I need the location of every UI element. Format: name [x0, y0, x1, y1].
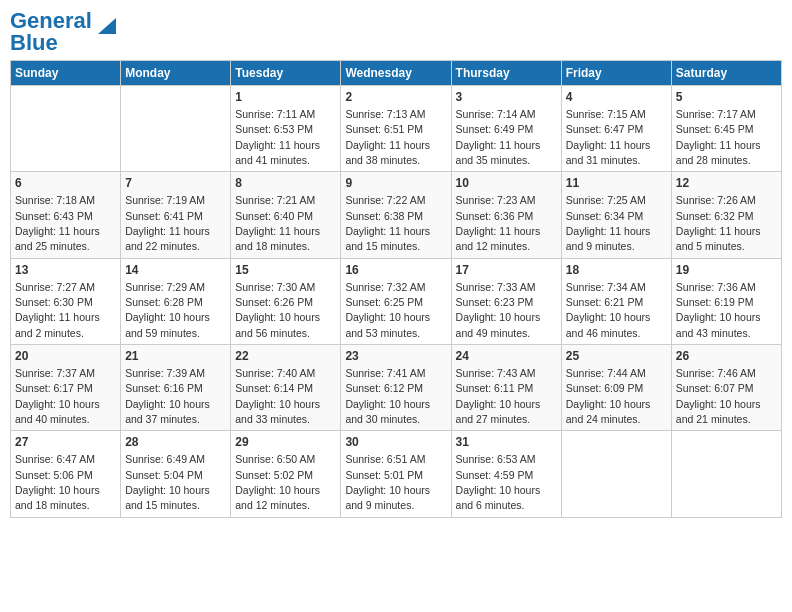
- day-number: 1: [235, 89, 336, 106]
- day-number: 20: [15, 348, 116, 365]
- calendar-cell: 24Sunrise: 7:43 AMSunset: 6:11 PMDayligh…: [451, 345, 561, 431]
- day-info: Sunrise: 7:11 AMSunset: 6:53 PMDaylight:…: [235, 108, 320, 166]
- day-number: 12: [676, 175, 777, 192]
- day-number: 21: [125, 348, 226, 365]
- day-number: 10: [456, 175, 557, 192]
- day-number: 18: [566, 262, 667, 279]
- col-header-wednesday: Wednesday: [341, 61, 451, 86]
- day-number: 14: [125, 262, 226, 279]
- calendar-cell: 3Sunrise: 7:14 AMSunset: 6:49 PMDaylight…: [451, 86, 561, 172]
- calendar-cell: 9Sunrise: 7:22 AMSunset: 6:38 PMDaylight…: [341, 172, 451, 258]
- day-info: Sunrise: 7:39 AMSunset: 6:16 PMDaylight:…: [125, 367, 210, 425]
- day-number: 24: [456, 348, 557, 365]
- calendar-cell: 7Sunrise: 7:19 AMSunset: 6:41 PMDaylight…: [121, 172, 231, 258]
- col-header-tuesday: Tuesday: [231, 61, 341, 86]
- day-info: Sunrise: 7:13 AMSunset: 6:51 PMDaylight:…: [345, 108, 430, 166]
- day-number: 22: [235, 348, 336, 365]
- day-info: Sunrise: 7:21 AMSunset: 6:40 PMDaylight:…: [235, 194, 320, 252]
- logo-blue: Blue: [10, 30, 58, 55]
- col-header-monday: Monday: [121, 61, 231, 86]
- calendar-cell: 25Sunrise: 7:44 AMSunset: 6:09 PMDayligh…: [561, 345, 671, 431]
- col-header-saturday: Saturday: [671, 61, 781, 86]
- day-info: Sunrise: 6:51 AMSunset: 5:01 PMDaylight:…: [345, 453, 430, 511]
- calendar-cell: 14Sunrise: 7:29 AMSunset: 6:28 PMDayligh…: [121, 258, 231, 344]
- calendar-cell: 19Sunrise: 7:36 AMSunset: 6:19 PMDayligh…: [671, 258, 781, 344]
- day-info: Sunrise: 7:36 AMSunset: 6:19 PMDaylight:…: [676, 281, 761, 339]
- day-info: Sunrise: 6:49 AMSunset: 5:04 PMDaylight:…: [125, 453, 210, 511]
- calendar-cell: 11Sunrise: 7:25 AMSunset: 6:34 PMDayligh…: [561, 172, 671, 258]
- day-number: 23: [345, 348, 446, 365]
- day-info: Sunrise: 7:19 AMSunset: 6:41 PMDaylight:…: [125, 194, 210, 252]
- day-info: Sunrise: 7:25 AMSunset: 6:34 PMDaylight:…: [566, 194, 651, 252]
- calendar-cell: 21Sunrise: 7:39 AMSunset: 6:16 PMDayligh…: [121, 345, 231, 431]
- day-number: 19: [676, 262, 777, 279]
- col-header-friday: Friday: [561, 61, 671, 86]
- calendar-cell: 12Sunrise: 7:26 AMSunset: 6:32 PMDayligh…: [671, 172, 781, 258]
- day-number: 31: [456, 434, 557, 451]
- day-number: 11: [566, 175, 667, 192]
- day-number: 29: [235, 434, 336, 451]
- calendar-cell: 23Sunrise: 7:41 AMSunset: 6:12 PMDayligh…: [341, 345, 451, 431]
- day-number: 17: [456, 262, 557, 279]
- day-number: 15: [235, 262, 336, 279]
- day-number: 3: [456, 89, 557, 106]
- day-info: Sunrise: 7:22 AMSunset: 6:38 PMDaylight:…: [345, 194, 430, 252]
- day-number: 5: [676, 89, 777, 106]
- day-info: Sunrise: 7:23 AMSunset: 6:36 PMDaylight:…: [456, 194, 541, 252]
- calendar-cell: 16Sunrise: 7:32 AMSunset: 6:25 PMDayligh…: [341, 258, 451, 344]
- calendar-cell: [561, 431, 671, 517]
- calendar-cell: 5Sunrise: 7:17 AMSunset: 6:45 PMDaylight…: [671, 86, 781, 172]
- day-number: 16: [345, 262, 446, 279]
- logo-text: GeneralBlue: [10, 10, 92, 54]
- calendar-cell: 26Sunrise: 7:46 AMSunset: 6:07 PMDayligh…: [671, 345, 781, 431]
- logo-icon: [96, 14, 118, 36]
- day-info: Sunrise: 7:41 AMSunset: 6:12 PMDaylight:…: [345, 367, 430, 425]
- day-number: 2: [345, 89, 446, 106]
- col-header-thursday: Thursday: [451, 61, 561, 86]
- day-info: Sunrise: 7:26 AMSunset: 6:32 PMDaylight:…: [676, 194, 761, 252]
- calendar-table: SundayMondayTuesdayWednesdayThursdayFrid…: [10, 60, 782, 518]
- day-info: Sunrise: 7:40 AMSunset: 6:14 PMDaylight:…: [235, 367, 320, 425]
- day-info: Sunrise: 7:17 AMSunset: 6:45 PMDaylight:…: [676, 108, 761, 166]
- day-number: 27: [15, 434, 116, 451]
- day-info: Sunrise: 7:43 AMSunset: 6:11 PMDaylight:…: [456, 367, 541, 425]
- calendar-cell: 31Sunrise: 6:53 AMSunset: 4:59 PMDayligh…: [451, 431, 561, 517]
- day-info: Sunrise: 6:47 AMSunset: 5:06 PMDaylight:…: [15, 453, 100, 511]
- day-number: 25: [566, 348, 667, 365]
- calendar-cell: 13Sunrise: 7:27 AMSunset: 6:30 PMDayligh…: [11, 258, 121, 344]
- day-info: Sunrise: 7:27 AMSunset: 6:30 PMDaylight:…: [15, 281, 100, 339]
- logo: GeneralBlue: [10, 10, 118, 54]
- calendar-cell: 2Sunrise: 7:13 AMSunset: 6:51 PMDaylight…: [341, 86, 451, 172]
- day-number: 7: [125, 175, 226, 192]
- day-number: 6: [15, 175, 116, 192]
- day-number: 13: [15, 262, 116, 279]
- calendar-cell: 20Sunrise: 7:37 AMSunset: 6:17 PMDayligh…: [11, 345, 121, 431]
- day-number: 30: [345, 434, 446, 451]
- calendar-cell: 28Sunrise: 6:49 AMSunset: 5:04 PMDayligh…: [121, 431, 231, 517]
- calendar-cell: 27Sunrise: 6:47 AMSunset: 5:06 PMDayligh…: [11, 431, 121, 517]
- calendar-cell: [671, 431, 781, 517]
- day-info: Sunrise: 6:50 AMSunset: 5:02 PMDaylight:…: [235, 453, 320, 511]
- day-info: Sunrise: 7:37 AMSunset: 6:17 PMDaylight:…: [15, 367, 100, 425]
- calendar-cell: 17Sunrise: 7:33 AMSunset: 6:23 PMDayligh…: [451, 258, 561, 344]
- calendar-cell: 10Sunrise: 7:23 AMSunset: 6:36 PMDayligh…: [451, 172, 561, 258]
- day-info: Sunrise: 7:14 AMSunset: 6:49 PMDaylight:…: [456, 108, 541, 166]
- calendar-cell: 29Sunrise: 6:50 AMSunset: 5:02 PMDayligh…: [231, 431, 341, 517]
- day-info: Sunrise: 7:29 AMSunset: 6:28 PMDaylight:…: [125, 281, 210, 339]
- calendar-cell: 6Sunrise: 7:18 AMSunset: 6:43 PMDaylight…: [11, 172, 121, 258]
- day-number: 26: [676, 348, 777, 365]
- calendar-cell: [121, 86, 231, 172]
- calendar-cell: 22Sunrise: 7:40 AMSunset: 6:14 PMDayligh…: [231, 345, 341, 431]
- day-info: Sunrise: 7:30 AMSunset: 6:26 PMDaylight:…: [235, 281, 320, 339]
- day-info: Sunrise: 7:46 AMSunset: 6:07 PMDaylight:…: [676, 367, 761, 425]
- day-info: Sunrise: 7:32 AMSunset: 6:25 PMDaylight:…: [345, 281, 430, 339]
- day-info: Sunrise: 7:44 AMSunset: 6:09 PMDaylight:…: [566, 367, 651, 425]
- day-number: 4: [566, 89, 667, 106]
- day-info: Sunrise: 7:18 AMSunset: 6:43 PMDaylight:…: [15, 194, 100, 252]
- day-info: Sunrise: 7:34 AMSunset: 6:21 PMDaylight:…: [566, 281, 651, 339]
- calendar-cell: 1Sunrise: 7:11 AMSunset: 6:53 PMDaylight…: [231, 86, 341, 172]
- calendar-cell: 4Sunrise: 7:15 AMSunset: 6:47 PMDaylight…: [561, 86, 671, 172]
- calendar-cell: [11, 86, 121, 172]
- day-info: Sunrise: 7:15 AMSunset: 6:47 PMDaylight:…: [566, 108, 651, 166]
- calendar-cell: 30Sunrise: 6:51 AMSunset: 5:01 PMDayligh…: [341, 431, 451, 517]
